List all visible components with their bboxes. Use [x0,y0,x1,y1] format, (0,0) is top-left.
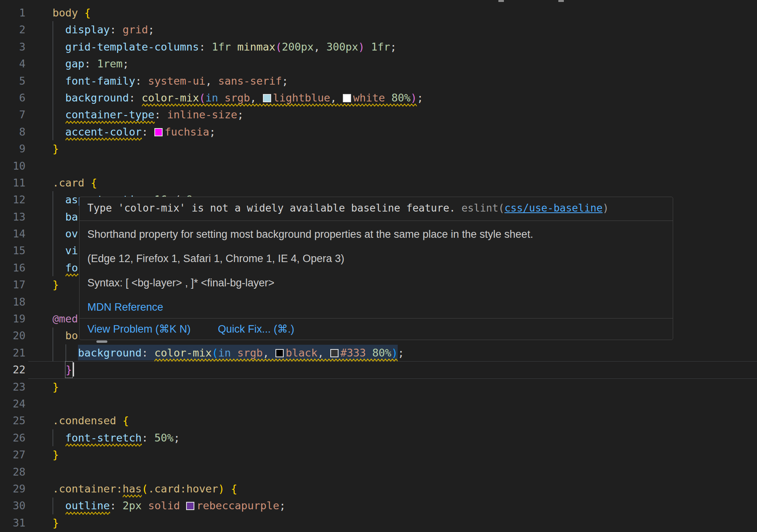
code-token [225,483,231,495]
code-line[interactable]: 11.card { [0,174,757,191]
code-token: , [263,347,276,359]
line-number[interactable]: 13 [0,208,25,225]
line-number[interactable]: 9 [0,140,25,157]
line-number[interactable]: 17 [0,276,25,293]
code-token: rebeccapurple [196,499,279,512]
line-number[interactable]: 5 [0,72,25,89]
code-token: .card:hover [148,483,218,495]
code-line[interactable]: 7 container-type: inline-size; [0,106,757,123]
line-number[interactable]: 27 [0,446,25,463]
code-line[interactable]: 10 [0,157,757,174]
line-number[interactable]: 23 [0,378,25,395]
code-line[interactable]: 6 background: color-mix(in srgb, lightbl… [0,89,757,106]
quick-fix-action[interactable]: Quick Fix... (⌘.) [218,323,294,335]
line-number[interactable]: 28 [0,463,25,480]
line-number[interactable]: 15 [0,242,25,259]
code-line[interactable]: 8 accent-color: fuchsia; [0,123,757,140]
code-token: { [123,414,129,427]
code-token: : [142,347,155,359]
code-content: } [53,140,59,157]
line-number[interactable]: 21 [0,344,25,361]
line-number[interactable]: 14 [0,225,25,242]
code-line[interactable]: 27} [0,446,757,463]
color-swatch[interactable] [154,128,163,136]
code-token [53,329,65,342]
code-line[interactable]: 31} [0,514,757,531]
line-number[interactable]: 31 [0,514,25,531]
code-content: } [53,361,74,378]
code-token: grid [123,24,148,36]
color-swatch[interactable] [330,349,339,357]
code-editor[interactable]: 1body {2 display: grid;3 grid-template-c… [0,0,757,532]
code-token: background [78,347,142,359]
diagnostic-source: eslint( [462,202,505,214]
code-token [53,244,65,257]
line-number[interactable]: 30 [0,497,25,514]
code-token [53,432,65,444]
line-number[interactable]: 18 [0,293,25,310]
line-number[interactable]: 25 [0,412,25,429]
indent-guide [53,498,53,514]
code-content: } [53,514,59,531]
code-token [231,347,237,359]
code-token: : [199,41,212,53]
mdn-reference-link[interactable]: MDN Reference [87,301,163,313]
line-number[interactable]: 11 [0,174,25,191]
line-number[interactable]: 19 [0,310,25,327]
line-number[interactable]: 7 [0,106,25,123]
line-number[interactable]: 20 [0,327,25,344]
line-number[interactable]: 10 [0,157,25,174]
line-number[interactable]: 1 [0,4,25,21]
code-content: .card { [53,174,97,191]
view-problem-action[interactable]: View Problem (⌘K N) [87,323,191,335]
warning-squiggle-range: color-mix(in srgb, black, #333 80%) [154,344,398,361]
eslint-rule-link[interactable]: css/use-baseline [504,202,602,214]
code-token: fo [65,262,78,274]
line-number[interactable]: 3 [0,38,25,55]
code-token: ) [358,41,364,53]
code-line[interactable]: 9} [0,140,757,157]
line-number[interactable]: 4 [0,55,25,72]
code-token: : [84,58,97,70]
line-number[interactable]: 26 [0,429,25,446]
line-number[interactable]: 8 [0,123,25,140]
color-swatch[interactable] [263,94,271,102]
code-line[interactable]: 4 gap: 1rem; [0,55,757,72]
hover-resize-handle[interactable] [96,340,107,343]
code-line[interactable]: 1body { [0,4,757,21]
code-line[interactable]: 30 outline: 2px solid rebeccapurple; [0,497,757,514]
code-token: ; [148,24,154,36]
code-token [53,228,65,240]
color-swatch[interactable] [275,349,284,357]
code-line[interactable]: 23} [0,378,757,395]
code-line[interactable]: 29.container:has(.card:hover) { [0,480,757,497]
code-token: , [314,41,327,53]
line-number[interactable]: 6 [0,89,25,106]
line-number[interactable]: 24 [0,395,25,412]
code-line[interactable]: 2 display: grid; [0,21,757,38]
line-number[interactable]: 2 [0,21,25,38]
line-number[interactable]: 16 [0,259,25,276]
color-swatch[interactable] [343,94,351,102]
code-line[interactable]: 22 } [0,361,757,378]
line-number[interactable]: 22 [0,361,25,378]
code-content: font-stretch: 50%; [53,429,180,446]
line-number[interactable]: 29 [0,480,25,497]
code-line[interactable]: 24 [0,395,757,412]
code-token [53,211,65,223]
code-content: font-family: system-ui, sans-serif; [53,72,288,89]
code-line[interactable]: 3 grid-template-columns: 1fr minmax(200p… [0,38,757,55]
code-line[interactable]: 5 font-family: system-ui, sans-serif; [0,72,757,89]
code-line[interactable]: 25.condensed { [0,412,757,429]
code-line[interactable]: 21 background: color-mix(in srgb, black,… [0,344,757,361]
code-token: container-type [65,109,155,121]
code-token: } [53,279,59,291]
code-token: gap [65,58,85,70]
code-token: color-mix [142,92,199,104]
code-line[interactable]: 26 font-stretch: 50%; [0,429,757,446]
code-line[interactable]: 28 [0,463,757,480]
color-swatch[interactable] [186,502,194,510]
code-token: accent-color [65,126,142,138]
code-token [53,194,65,206]
line-number[interactable]: 12 [0,191,25,208]
